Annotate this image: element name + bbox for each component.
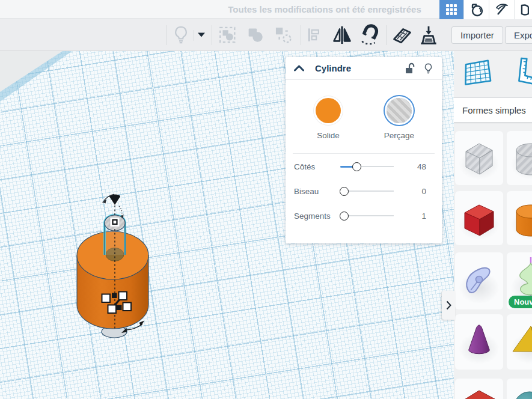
workplane-tool-button[interactable] — [391, 23, 414, 46]
hole-swatch-label: Perçage — [384, 131, 414, 140]
group-icon — [218, 25, 238, 45]
sides-slider-handle[interactable] — [352, 162, 361, 171]
combine-button[interactable] — [245, 25, 266, 45]
chevron-right-icon — [446, 300, 451, 310]
solid-swatch[interactable] — [316, 98, 341, 123]
toolbar-divider — [212, 25, 212, 45]
shape-card-hole-box[interactable] — [455, 131, 503, 185]
lightbulb-dropdown-button[interactable] — [197, 32, 206, 38]
slider-value: 0 — [421, 187, 426, 196]
mode-minecraft-button[interactable] — [489, 0, 514, 19]
lightbulb-icon — [172, 25, 190, 45]
workplane-blue-icon — [462, 56, 492, 88]
ruler-helper-button[interactable] — [512, 56, 532, 90]
slider-label: Segments — [294, 212, 340, 221]
align-icon — [305, 26, 323, 44]
shape-card-roof[interactable] — [455, 379, 503, 399]
top-bar: Toutes les modifications ont été enregis… — [0, 0, 532, 19]
solid-swatch-label: Solide — [317, 131, 340, 140]
hole-swatch[interactable] — [387, 98, 412, 123]
shape-card-scribble[interactable] — [455, 252, 503, 309]
workplane-helper-button[interactable] — [462, 56, 492, 90]
group-button[interactable] — [218, 25, 238, 45]
magnet-icon — [358, 23, 382, 47]
scribble-pen-shape — [455, 252, 503, 309]
ruler-blue-icon — [512, 56, 532, 88]
pickaxe-icon — [494, 2, 510, 17]
hole-cylinder-shape — [507, 131, 532, 185]
new-shape-badge: Nouveau — [509, 296, 532, 308]
lightbulb-icon — [423, 62, 433, 75]
import-button[interactable]: Importer — [451, 26, 503, 44]
shapes-sidebar: Formes simples — [454, 51, 532, 399]
orange-cylinder-shape — [507, 191, 532, 245]
ungroup-button[interactable] — [273, 25, 293, 45]
toolbar-divider — [301, 25, 301, 45]
hole-box-shape — [455, 131, 503, 185]
bevel-slider-handle[interactable] — [340, 187, 349, 196]
toolbar-divider — [167, 25, 167, 45]
lock-toggle-button[interactable] — [404, 62, 415, 75]
shape-card-cone[interactable] — [455, 314, 503, 370]
bevel-slider-track[interactable] — [340, 187, 394, 196]
snap-path-button[interactable] — [358, 23, 382, 47]
shape-inspector-panel: Cylindre Solide Per — [286, 57, 442, 243]
shape-card-sphere[interactable] — [507, 379, 532, 399]
lock-open-icon — [404, 62, 415, 75]
brick-icon — [469, 2, 485, 17]
shape-card-pyramid[interactable] — [507, 314, 532, 370]
show-all-button[interactable] — [172, 25, 190, 45]
workplane-icon — [391, 23, 414, 46]
sidebar-collapse-button[interactable] — [442, 291, 455, 320]
export-button[interactable]: Exporter — [505, 26, 532, 44]
visibility-toggle-button[interactable] — [423, 62, 433, 75]
save-status-message: Toutes les modifications ont été enregis… — [228, 4, 421, 14]
ungroup-icon — [273, 25, 293, 45]
shape-category-select[interactable]: Formes simples — [454, 97, 532, 123]
3d-scene[interactable] — [0, 51, 210, 352]
chevron-up-icon[interactable] — [294, 65, 304, 72]
gold-pyramid-shape — [507, 314, 532, 370]
sides-slider-track[interactable] — [340, 162, 394, 171]
mirror-flip-icon — [331, 23, 353, 46]
ruler-tool-button[interactable] — [417, 23, 440, 46]
sides-slider-row: Côtés 48 — [286, 154, 442, 178]
mirror-button[interactable] — [331, 23, 353, 46]
slider-label: Côtés — [294, 162, 340, 171]
slider-value: 1 — [421, 212, 426, 221]
red-roof-shape — [455, 379, 503, 399]
segments-slider-row: Segments 1 — [286, 204, 442, 228]
shape-category-label: Formes simples — [462, 105, 526, 115]
red-box-shape — [455, 191, 503, 245]
editor-mode-group — [439, 0, 532, 19]
shape-card-hole-cylinder[interactable] — [507, 131, 532, 185]
teal-sphere-shape — [507, 379, 532, 399]
segments-slider-handle[interactable] — [340, 212, 349, 221]
bevel-slider-row: Biseau 0 — [286, 179, 442, 203]
shape-card-box[interactable] — [455, 191, 503, 245]
mode-3d-editor-button[interactable] — [439, 0, 463, 19]
material-swatches: Solide Perçage — [286, 98, 442, 140]
mode-bricks-button[interactable] — [463, 0, 489, 19]
tinkercad-app: Toutes les modifications ont été enregis… — [0, 0, 532, 399]
inspector-title: Cylindre — [315, 63, 351, 73]
mode-extra-button[interactable] — [514, 0, 532, 19]
slider-label: Biseau — [294, 187, 340, 196]
grid-3x3-icon — [445, 4, 457, 16]
slider-value: 48 — [417, 162, 426, 171]
toolbar-divider — [194, 30, 194, 41]
caret-down-icon — [197, 32, 206, 38]
partial-mode-icon — [521, 2, 529, 17]
purple-cone-shape — [455, 314, 503, 370]
ruler-icon — [417, 23, 440, 46]
toolbar-divider — [386, 25, 387, 45]
align-button[interactable] — [305, 26, 323, 44]
main-toolbar: Importer Exporter — [0, 19, 532, 51]
move-z-cone-handle[interactable] — [109, 195, 120, 205]
segments-slider-track[interactable] — [340, 212, 394, 221]
shape-card-cylinder[interactable] — [507, 191, 532, 245]
inspector-divider — [293, 153, 435, 154]
scale-top-handle[interactable] — [110, 218, 120, 227]
combine-shapes-icon — [245, 25, 266, 45]
3d-viewport[interactable] — [0, 51, 532, 399]
